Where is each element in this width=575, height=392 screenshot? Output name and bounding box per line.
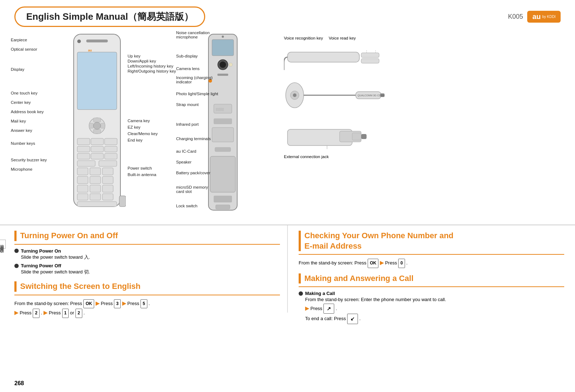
svg-rect-13 <box>77 146 90 152</box>
english-instructions: From the stand-by screen: Press OK ▶ Pre… <box>14 299 280 318</box>
label-onetouch: One touch key <box>11 91 47 95</box>
english-key-ok: OK <box>83 299 94 309</box>
label-mic: Microphone <box>11 167 47 171</box>
power-on-title: Turning Power On <box>14 248 280 254</box>
call-press1: Press <box>310 306 324 311</box>
svg-rect-46 <box>215 147 231 152</box>
call-key-end: ↙ <box>347 314 358 324</box>
svg-point-59 <box>293 93 296 97</box>
svg-rect-52 <box>288 52 359 62</box>
bullet-icon-on <box>14 249 19 253</box>
svg-rect-6 <box>93 129 101 134</box>
label-answer: Answer key <box>11 128 47 133</box>
right-upper-labels: Up key Down/Appli key Left/Incoming hist… <box>128 54 176 73</box>
label-charging: Charging terminals <box>176 137 211 141</box>
svg-rect-19 <box>77 161 95 166</box>
accessory-bottom <box>284 124 385 154</box>
svg-rect-45 <box>212 128 234 142</box>
svg-rect-33 <box>77 202 117 207</box>
svg-rect-23 <box>102 168 113 175</box>
svg-rect-7 <box>89 123 93 128</box>
au-logo: au by KDDI <box>527 11 561 23</box>
power-divider <box>14 244 280 245</box>
svg-rect-41 <box>217 74 228 76</box>
phonenumber-period: . <box>406 260 408 266</box>
svg-point-51 <box>222 36 224 38</box>
label-iccard: au IC-Card <box>176 149 196 153</box>
label-clearmemo: Clear/Memo key <box>128 132 158 136</box>
diagrams-area: Earpiece Optical sensor Display One touc… <box>0 31 575 225</box>
svg-rect-28 <box>90 185 101 192</box>
phonenumber-key-0: 0 <box>398 259 405 268</box>
english-key-3: 3 <box>114 299 121 309</box>
english-press4: Press <box>49 310 62 315</box>
svg-rect-27 <box>77 185 88 192</box>
side-label: 簡易英語版 <box>0 240 6 249</box>
label-external: External connection jack <box>284 155 329 159</box>
svg-rect-5 <box>93 118 101 122</box>
call-body1: From the stand-by screen: Enter the phon… <box>305 296 564 304</box>
label-noise: Noise cancellationmicrophone <box>176 31 210 39</box>
svg-rect-65 <box>352 133 361 140</box>
label-downappli: Down/Appli key <box>128 59 176 63</box>
by-kddi-text: by KDDI <box>542 15 556 19</box>
svg-rect-48 <box>214 196 232 202</box>
svg-rect-24 <box>77 176 88 184</box>
english-arrow1: ▶ <box>96 300 100 306</box>
header-right: K005 au by KDDI <box>508 11 561 23</box>
svg-rect-26 <box>102 176 113 184</box>
call-body3: To end a call: Press ↙ . <box>305 314 564 324</box>
section-right: Checking Your Own Phone Number and E-mai… <box>288 225 575 313</box>
bullet-icon-call <box>299 291 303 296</box>
call-body2: ▶ Press ↗ . <box>305 304 564 314</box>
svg-rect-44 <box>214 119 232 124</box>
svg-rect-22 <box>90 168 101 175</box>
making-call-body: From the stand-by screen: Enter the phon… <box>299 296 564 324</box>
label-photolight: Photo light/Simple light <box>176 92 218 96</box>
english-divider <box>14 295 280 295</box>
phonenumber-instructions: From the stand-by screen: Press OK ▶ Pre… <box>299 258 564 268</box>
english-press3: Press <box>20 310 33 315</box>
label-leftincoming: Left/Incoming history key <box>128 64 176 68</box>
english-press1: Press <box>101 301 114 306</box>
label-antenna: Built-in antenna <box>128 172 158 177</box>
english-arrow4: ▶ <box>43 310 47 315</box>
label-number: Number keys <box>11 141 47 146</box>
label-upkey: Up key <box>128 54 176 58</box>
label-strap: Strap mount <box>176 102 199 107</box>
call-key-send: ↗ <box>323 304 334 314</box>
power-on-body: Slide the power switch toward 入. <box>14 254 280 261</box>
phone-center-image: ░░░░ <box>205 32 241 217</box>
english-arrow2: ▶ <box>122 300 126 306</box>
svg-rect-66 <box>361 134 367 139</box>
svg-rect-31 <box>90 194 101 200</box>
label-security: Security buzzer key <box>11 158 47 162</box>
svg-rect-11 <box>91 138 104 145</box>
svg-rect-35 <box>119 196 126 207</box>
svg-rect-20 <box>99 161 117 166</box>
title-box: English Simple Manual（簡易英語版） <box>14 6 205 27</box>
label-speaker: Speaker <box>176 160 192 164</box>
label-earpiece: Earpiece <box>11 38 47 42</box>
english-key-2: 2 <box>33 309 40 318</box>
phonenumber-divider <box>299 254 564 255</box>
english-body1: From the stand-by screen: Press <box>14 301 83 306</box>
phone-right-section: Voice recognition key Voice read key <box>284 31 399 225</box>
svg-rect-54 <box>361 59 379 63</box>
svg-rect-12 <box>105 138 117 145</box>
svg-rect-10 <box>77 138 90 145</box>
svg-rect-25 <box>90 176 101 184</box>
svg-rect-16 <box>77 153 90 159</box>
label-incoming: Incoming (charging)indicator <box>176 75 213 84</box>
label-mail: Mail key <box>11 119 47 123</box>
english-period1: . <box>41 310 42 315</box>
svg-rect-8 <box>101 123 105 128</box>
call-divider <box>299 286 564 287</box>
left-labels: Earpiece Optical sensor Display One touc… <box>11 38 47 171</box>
label-microsd: microSD memorycard slot <box>176 185 208 194</box>
accessory-middle: QUALCOMM 3G CDMA <box>284 77 385 114</box>
page-number: 268 <box>14 380 24 387</box>
label-battery: Battery pack/cover <box>176 171 210 175</box>
phone-left-image: au <box>68 31 126 218</box>
label-infrared: Infrared port <box>176 122 199 126</box>
